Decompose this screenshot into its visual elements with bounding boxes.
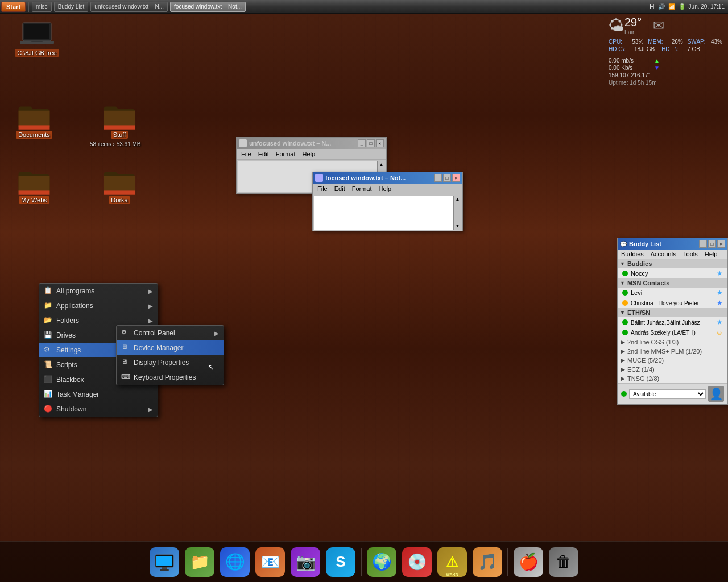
unfocused-menu-format[interactable]: Format: [274, 150, 298, 158]
dock-globe[interactable]: 🌐: [218, 546, 251, 579]
dock-maps[interactable]: 🌍: [365, 546, 398, 579]
taskbar-right: H 🔊 📶 🔋 Jun. 20. 17:11: [650, 3, 728, 11]
christina-icon: ★: [717, 299, 723, 307]
focused-menu-edit[interactable]: Edit: [332, 185, 348, 193]
buddy-menu-buddies[interactable]: Buddies: [618, 250, 647, 259]
levi-name: Levi: [631, 289, 717, 296]
group-tnsg-arrow: ▶: [621, 376, 625, 381]
buddy-andras[interactable]: András Székely (LA/ETH) ☺: [618, 327, 727, 338]
focused-menu-file[interactable]: File: [315, 185, 330, 193]
unfocused-menu-help[interactable]: Help: [300, 150, 318, 158]
scripts-icon: 📜: [44, 360, 53, 369]
settings-control-panel[interactable]: ⚙ Control Panel ▶: [117, 326, 224, 340]
menu-applications[interactable]: 📁 Applications ▶: [39, 298, 158, 313]
documents-icon[interactable]: Documents: [3, 101, 65, 139]
documents-icon-img: [16, 101, 52, 130]
unfocused-titlebar: unfocused window.txt – N... _ □ ×: [237, 138, 386, 149]
stuff-size-label: 58 items › 53.61 MB: [90, 141, 140, 147]
unfocused-title: unfocused window.txt – N...: [249, 140, 331, 147]
group-2ndline-mms[interactable]: ▶ 2nd line MMS+ PLM (1/20): [618, 347, 727, 356]
buddy-noccy[interactable]: Noccy ★: [618, 268, 727, 278]
andras-name: András Székely (LA/ETH): [631, 330, 716, 336]
laptop-svg: [20, 20, 54, 47]
scroll-up-btn[interactable]: ▲: [379, 162, 384, 167]
menu-shutdown[interactable]: 🔴 Shutdown ▶: [39, 402, 158, 417]
buddy-levi[interactable]: Levi ★: [618, 288, 727, 298]
unfocused-menu-file[interactable]: File: [239, 150, 254, 158]
buddy-titlebar: 💬 Buddy List _ □ ×: [618, 238, 727, 250]
dock-burn[interactable]: 💿: [400, 546, 433, 579]
buddy-christina[interactable]: Christina - I love you Pieter ★: [618, 298, 727, 308]
buddy-maximize[interactable]: □: [708, 240, 716, 248]
group-muce[interactable]: ▶ MUCE (5/20): [618, 356, 727, 365]
focused-title: focused window.txt – Not...: [325, 174, 406, 181]
menu-all-programs[interactable]: 📋 All programs ▶: [39, 284, 158, 298]
buddy-minimize[interactable]: _: [699, 240, 707, 248]
files-icon: 📁: [190, 552, 210, 571]
menu-taskmanager[interactable]: 📊 Task Manager: [39, 387, 158, 402]
focused-close-btn[interactable]: ×: [452, 174, 460, 182]
dorka-icon[interactable]: Dorka: [88, 167, 151, 204]
focused-content[interactable]: ▲ ▼: [314, 196, 461, 230]
tray-icon-1[interactable]: H: [650, 3, 655, 11]
avatar[interactable]: 👤: [708, 386, 724, 402]
taskbar-focused[interactable]: focused window.txt – Not...: [170, 2, 246, 12]
dock-finder[interactable]: 🍎: [512, 546, 545, 579]
unfocused-maximize-btn[interactable]: □: [367, 139, 375, 147]
monitor-svg: [154, 554, 175, 571]
settings-keyboard-properties[interactable]: ⌨ Keyboard Properties: [117, 370, 224, 385]
buddy-balint[interactable]: Bálint Juhász,Bálint Juhász ★: [618, 317, 727, 327]
focused-scroll-up[interactable]: ▲: [456, 197, 460, 202]
settings-icon: ⚙: [44, 346, 53, 355]
group-tnsg[interactable]: ▶ TNSG (2/8): [618, 374, 727, 383]
mail-tray-icon[interactable]: ✉: [653, 18, 664, 34]
focused-scroll-down[interactable]: ▼: [456, 223, 460, 228]
keyboard-properties-icon: ⌨: [121, 373, 130, 382]
dock-files[interactable]: 📁: [183, 546, 216, 579]
dock-camera[interactable]: 📷: [289, 546, 322, 579]
focused-minimize-btn[interactable]: _: [434, 174, 442, 182]
hd-c-row: HD C\: 18JI GB HD E\: 7 GB: [609, 46, 722, 52]
all-programs-icon: 📋: [44, 286, 53, 296]
unfocused-menu-edit[interactable]: Edit: [256, 150, 271, 158]
computer-icon[interactable]: C:\8JI GB free: [11, 19, 63, 57]
focused-window[interactable]: focused window.txt – Not... _ □ × File E…: [312, 172, 463, 231]
status-select[interactable]: Available Away Busy: [629, 389, 706, 399]
msn-section[interactable]: ▼ MSN Contacts: [618, 278, 727, 288]
buddy-window-icon: 💬: [620, 241, 627, 247]
buddies-section[interactable]: ▼ Buddies: [618, 259, 727, 268]
dock-warning[interactable]: ⚠ WARN: [436, 546, 469, 579]
dock-trash[interactable]: 🗑: [547, 546, 580, 579]
dock-mail[interactable]: 📧: [254, 546, 287, 579]
tray-icon-2[interactable]: 🔊: [658, 3, 665, 10]
unfocused-minimize-btn[interactable]: _: [358, 139, 366, 147]
focused-menu-help[interactable]: Help: [377, 185, 394, 193]
group-ecz[interactable]: ▶ ECZ (1/4): [618, 365, 727, 374]
unfocused-close-btn[interactable]: ×: [376, 139, 384, 147]
buddy-menu-accounts[interactable]: Accounts: [647, 250, 680, 259]
ethsn-section[interactable]: ▼ ETH/SN: [618, 308, 727, 317]
mywebs-icon[interactable]: My Webs: [3, 167, 65, 204]
ethsn-arrow: ▼: [620, 310, 625, 315]
group-2ndline-oss[interactable]: ▶ 2nd line OSS (1/3): [618, 338, 727, 347]
buddy-menu-tools[interactable]: Tools: [680, 250, 701, 259]
buddy-close[interactable]: ×: [717, 240, 725, 248]
start-button[interactable]: Start: [1, 2, 26, 12]
taskbar-buddylist[interactable]: Buddy List: [54, 2, 89, 12]
stuff-icon[interactable]: Stuff: [88, 101, 151, 139]
focused-menu-format[interactable]: Format: [350, 185, 374, 193]
focused-maximize-btn[interactable]: □: [443, 174, 451, 182]
noccy-name: Noccy: [631, 270, 717, 277]
settings-device-manager[interactable]: 🖥 Device Manager: [117, 340, 224, 355]
dock-skype[interactable]: S: [324, 546, 357, 579]
tray-icon-4[interactable]: 🔋: [679, 3, 685, 10]
svg-rect-5: [104, 125, 135, 129]
dock-music[interactable]: 🎵: [471, 546, 504, 579]
taskbar-misc[interactable]: misc: [32, 2, 52, 12]
dock-desktop[interactable]: [148, 546, 181, 579]
taskbar-unfocused[interactable]: unfocused window.txt – N...: [90, 2, 168, 12]
warning-icon: ⚠: [446, 554, 458, 570]
settings-display-properties[interactable]: 🖥 Display Properties: [117, 355, 224, 370]
buddy-menu-help[interactable]: Help: [701, 250, 721, 259]
tray-icon-3[interactable]: 📶: [668, 3, 675, 10]
